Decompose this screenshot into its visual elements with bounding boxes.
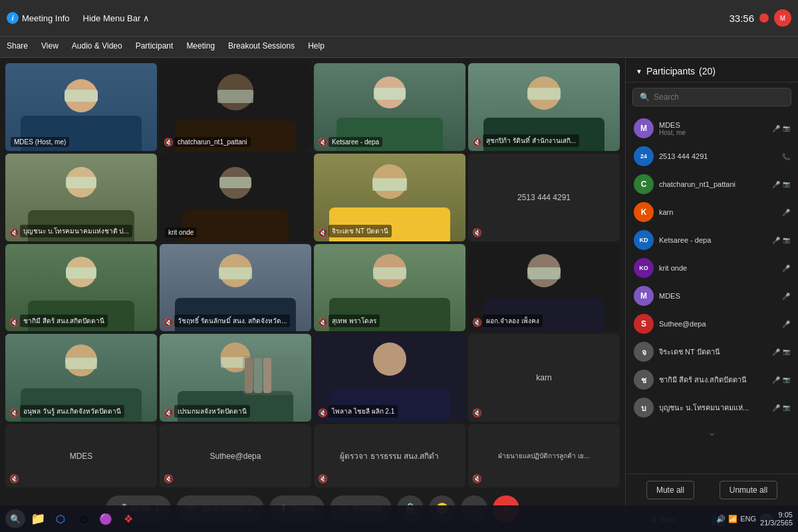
video-tile[interactable]: 🔇 จิระเดช NT ปัตตานี [314,154,466,241]
video-tile[interactable]: 🔇 ชากิมี สีดร้ สนง.สกิดปัตตานี [5,244,157,332]
mic-off-icon: 🔇 [318,474,328,483]
menu-share[interactable]: Share [7,41,28,53]
tile-name-display: ผู้ตรวจา ธารธรรม สนง.สกิดำ [340,450,439,462]
mic-off-icon: 🔇 [9,474,19,483]
video-tile[interactable]: 🔇 อนุพล วันรู้ สนง.กิดจังหวัดปัตตานี [5,334,157,422]
phone-icon: 📞 [782,153,790,160]
mic-off-icon: 🔇 [318,318,328,327]
avatar: M [634,286,654,306]
video-grid: MDES (Host, me) 🔇 chatcharun_nt1_pattani [5,63,620,422]
taskbar-chrome[interactable]: ⊙ [73,509,93,529]
unmute-all-button[interactable]: Unmute all [720,481,777,499]
participant-name: Ketsaree - depa [659,236,767,244]
search-input[interactable] [654,92,784,102]
participants-count: (20) [699,66,716,76]
taskbar-file-explorer[interactable]: 📁 [28,509,48,529]
mute-all-button[interactable]: Mute all [646,481,694,499]
video-tile[interactable]: 🔇 ไพลาล ไชยลี ผลิก 2.1 [314,334,466,422]
participant-status-icons: 🎤 [782,321,790,328]
participant-status-icons: 🎤 [782,265,790,272]
menu-audio-video[interactable]: Audio & Video [72,41,122,53]
tile-name-display: Suthee@depa [210,452,261,461]
mic-icon: 🎤 [782,321,790,328]
video-tile[interactable]: 🔇 สุชกปิก้า รัตินทิ์ สำนักงานเสกิ... [468,63,620,151]
meeting-info-button[interactable]: i Meeting Info [7,12,70,24]
avatar: M [634,118,654,138]
chevron-up-icon: ∧ [143,13,150,23]
mic-icon: 🎤 [782,293,790,300]
video-tile[interactable]: 🔇 สุเทพ พราโดลร [314,244,466,332]
unmute-all-label: Unmute all [730,485,767,495]
cam-icon: 📷 [783,237,790,243]
tile-label: MDES (Host, me) [11,137,69,147]
video-tile-name[interactable]: ผู้ตรวจา ธารธรรม สนง.สกิดำ 🔇 [314,424,466,487]
video-area: MDES (Host, me) 🔇 chatcharun_nt1_pattani [0,58,625,532]
menu-breakout[interactable]: Breakout Sessions [228,41,295,53]
mic-icon: 🎤 [772,404,780,412]
menu-participant[interactable]: Participant [136,41,174,53]
video-tile[interactable]: 2513 444 4291 🔇 [468,154,620,241]
participant-info: บุญชนะ น.โทรคมนาคมแห่... [659,402,767,414]
tile-label: ผอก.จำลอง เพ็งคง [483,315,543,327]
mic-off-icon: 🔇 [472,408,482,418]
avatar: ช [634,370,654,390]
participant-name: 2513 444 4291 [659,152,777,160]
video-tile[interactable]: 🔇 ผอก.จำลอง เพ็งคง [468,244,620,332]
list-item[interactable]: K karn 🎤 [626,198,798,226]
hide-menu-bar-button[interactable]: Hide Menu Bar ∧ [83,13,150,23]
taskbar-app1[interactable]: 🟣 [96,509,116,529]
participant-name: จิระเดช NT ปัตตานี [659,346,767,358]
avatar: KO [634,258,654,278]
video-tile-name[interactable]: Suthee@depa 🔇 [160,424,311,487]
meeting-info-label: Meeting Info [22,13,70,23]
tile-label: เปรมกมลจังหวัดปัตตานี [174,405,250,418]
list-item[interactable]: M MDES 🎤 [626,282,798,310]
video-tile[interactable]: krit onde [160,154,311,241]
mic-icon: 🎤 [772,376,780,384]
tile-label: ชากิมี สีดร้ สนง.สกิดปัตตานี [20,315,108,327]
list-item[interactable]: KD Ketsaree - depa 🎤 📷 [626,226,798,254]
list-item[interactable]: M MDES Host, me 🎤 📷 [626,114,798,142]
list-item[interactable]: ช ชากิมี สีดร้ สนง.สกิดปัตตานี 🎤 📷 [626,366,798,394]
menu-help[interactable]: Help [308,41,325,53]
video-tile[interactable]: MDES (Host, me) [5,63,157,151]
participant-info: Suthee@depa [659,320,777,328]
timer-display: 33:56 [729,13,754,24]
list-item[interactable]: จ จิระเดช NT ปัตตานี 🎤 📷 [626,338,798,366]
taskbar-search[interactable]: 🔍 [5,509,25,528]
scroll-indicator: ⌄ [626,422,798,442]
search-box[interactable]: 🔍 [632,88,791,106]
chevron-down-icon: ▼ [636,68,642,75]
info-icon: i [7,12,19,24]
menu-meeting[interactable]: Meeting [186,41,215,53]
menu-view[interactable]: View [41,41,59,53]
tile-label: บุญชนะ บ.โทรคมนาคมแห่งชาติ ป... [20,225,132,237]
taskbar-edge[interactable]: ⬡ [51,509,70,529]
mic-off-icon: 🔇 [164,474,174,483]
tile-name-display: karn [536,373,551,382]
tile-label: ไพลาล ไชยลี ผลิก 2.1 [329,405,398,418]
participants-title: Participants [646,66,695,76]
taskbar-app2[interactable]: ❖ [118,509,138,529]
participant-status-icons: 🎤 [782,209,790,216]
participant-info: chatcharun_nt1_pattani [659,180,767,188]
video-tile[interactable]: karn 🔇 [468,334,620,422]
video-tile-name[interactable]: MDES 🔇 [5,424,157,487]
cam-icon: 📷 [783,125,790,132]
video-tile-name[interactable]: ฝ่ายนายแลปฏิบัติการลูกค้า เย... 🔇 [468,424,620,487]
list-item[interactable]: บ บุญชนะ น.โทรคมนาคมแห่... 🎤 📷 [626,394,798,422]
video-tile[interactable]: 🔇 Ketsaree - depa [314,63,466,151]
list-item[interactable]: S Suthee@depa 🎤 [626,310,798,338]
video-tile[interactable]: 🔇 เปรมกมลจังหวัดปัตตานี [160,334,311,422]
video-tile[interactable]: 🔇 บุญชนะ บ.โทรคมนาคมแห่งชาติ ป... [5,154,157,241]
list-item[interactable]: KO krit onde 🎤 [626,254,798,282]
video-tile[interactable]: 🔇 chatcharun_nt1_pattani [160,63,311,151]
participants-footer: Mute all Unmute all [626,473,798,506]
avatar: K [634,202,654,222]
participant-name: MDES [659,292,777,300]
participant-name: Suthee@depa [659,320,777,328]
video-tile[interactable]: 🔇 วัชฤทธิ์ รัตนลักษมิ์ สนง. สกิดจังหวัด.… [160,244,311,332]
list-item[interactable]: C chatcharun_nt1_pattani 🎤 📷 [626,170,798,198]
list-item[interactable]: 24 2513 444 4291 📞 [626,142,798,170]
participant-status-icons: 🎤 📷 [772,125,790,132]
